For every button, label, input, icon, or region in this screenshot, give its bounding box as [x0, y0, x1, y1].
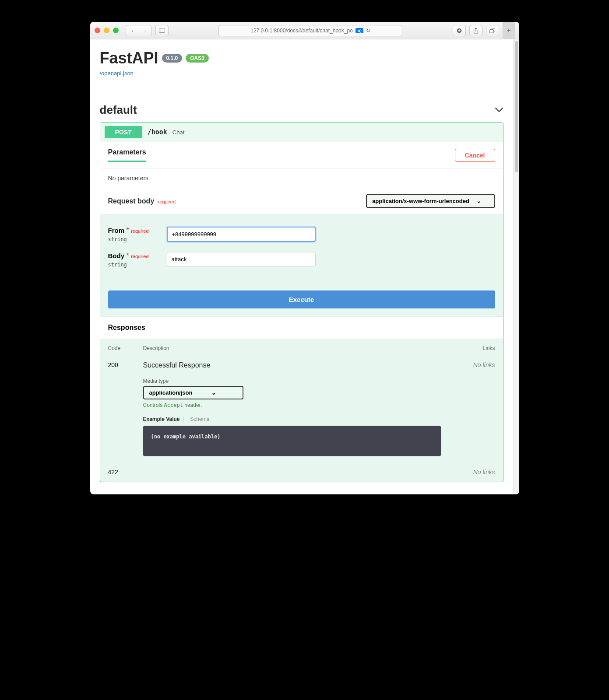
- required-star: *: [126, 227, 129, 234]
- scrollbar[interactable]: [513, 39, 519, 494]
- close-icon[interactable]: [95, 28, 100, 33]
- response-row-200: 200 Successful Response Media type appli…: [108, 355, 495, 462]
- window-controls: [95, 28, 119, 33]
- version-badge: 0.1.0: [162, 54, 183, 63]
- api-header: FastAPI 0.1.0 OAS3: [100, 49, 503, 67]
- sound-icon[interactable]: ◀︎): [356, 28, 363, 33]
- chevron-down-icon: [495, 105, 503, 115]
- tabs-button[interactable]: [486, 25, 499, 36]
- section-toggle[interactable]: default: [100, 103, 503, 117]
- no-parameters-text: No parameters: [100, 168, 503, 188]
- field-from: From * required string: [108, 227, 495, 242]
- response-description: Successful Response: [143, 361, 460, 369]
- url-text: 127.0.0.1:8000/docs#/default/chat_hook_p…: [250, 28, 353, 34]
- cancel-button[interactable]: Cancel: [455, 149, 495, 162]
- operation-header[interactable]: POST /hook Chat: [100, 122, 503, 142]
- spec-link[interactable]: /openapi.json: [100, 70, 134, 77]
- media-type-select[interactable]: application/json ⌄: [143, 386, 244, 399]
- titlebar: ‹ › 127.0.0.1:8000/docs#/default/chat_ho…: [90, 22, 519, 39]
- forward-button[interactable]: ›: [139, 25, 152, 36]
- operation-path: /hook: [148, 128, 167, 136]
- required-label: required: [131, 228, 148, 234]
- required-star: *: [126, 252, 129, 259]
- from-input[interactable]: [167, 227, 316, 242]
- oas-badge: OAS3: [186, 54, 209, 63]
- minimize-icon[interactable]: [104, 28, 109, 33]
- col-links: Links: [460, 345, 495, 351]
- nav-buttons: ‹ ›: [126, 25, 152, 36]
- responses-table: Code Description Links 200 Successful Re…: [100, 339, 503, 482]
- media-type-label: Media type: [143, 378, 460, 384]
- response-code: 422: [108, 469, 143, 476]
- responses-heading: Responses: [100, 316, 503, 339]
- required-label: required: [158, 199, 176, 204]
- media-type-value: application/json: [149, 389, 193, 396]
- reload-icon[interactable]: ↻: [366, 28, 370, 34]
- response-links: No links: [460, 469, 495, 476]
- example-body: (no example available): [143, 426, 441, 456]
- operation-summary: Chat: [172, 129, 184, 136]
- parameters-bar: Parameters Cancel: [100, 142, 503, 168]
- field-from-type: string: [108, 236, 156, 242]
- operation-block: POST /hook Chat Parameters Cancel No par…: [100, 122, 503, 482]
- scroll-thumb[interactable]: [515, 41, 518, 172]
- response-links: No links: [460, 361, 495, 456]
- field-body: Body * required string: [108, 252, 495, 268]
- browser-window: ‹ › 127.0.0.1:8000/docs#/default/chat_ho…: [90, 22, 519, 494]
- response-code: 200: [108, 361, 143, 456]
- zoom-icon[interactable]: [113, 28, 119, 33]
- example-value-tab[interactable]: Example Value: [143, 416, 180, 422]
- schema-tab[interactable]: Schema: [190, 416, 209, 422]
- response-row-422: 422 No links: [108, 462, 495, 482]
- parameters-tab[interactable]: Parameters: [108, 148, 146, 162]
- required-label: required: [131, 254, 148, 259]
- col-code: Code: [108, 345, 143, 351]
- execute-button[interactable]: Execute: [108, 290, 495, 308]
- api-title: FastAPI: [100, 49, 158, 67]
- content-type-value: application/x-www-form-urlencoded: [372, 198, 469, 204]
- col-description: Description: [143, 345, 460, 351]
- method-badge: POST: [105, 126, 142, 138]
- section-title: default: [100, 103, 137, 117]
- request-body-bar: Request body required application/x-www-…: [100, 188, 503, 214]
- field-body-type: string: [108, 262, 156, 268]
- accept-hint: Controls Accept header.: [143, 402, 460, 408]
- form-area: From * required string Body * required s…: [100, 214, 503, 316]
- new-tab-button[interactable]: +: [503, 22, 515, 39]
- chevron-down-icon: ⌄: [476, 198, 481, 204]
- address-bar[interactable]: 127.0.0.1:8000/docs#/default/chat_hook_p…: [218, 25, 402, 36]
- chevron-down-icon: ⌄: [211, 389, 216, 396]
- request-body-label: Request body: [108, 197, 155, 205]
- downloads-button[interactable]: [453, 25, 466, 36]
- field-from-label: From: [108, 227, 125, 234]
- sidebar-toggle-button[interactable]: [155, 25, 169, 36]
- page-content: FastAPI 0.1.0 OAS3 /openapi.json default…: [90, 39, 513, 494]
- svg-rect-0: [159, 28, 165, 33]
- share-button[interactable]: [469, 25, 482, 36]
- content-type-select[interactable]: application/x-www-form-urlencoded ⌄: [366, 194, 495, 208]
- body-input[interactable]: [167, 252, 316, 266]
- back-button[interactable]: ‹: [126, 25, 139, 36]
- field-body-label: Body: [108, 252, 125, 259]
- svg-rect-5: [489, 29, 493, 33]
